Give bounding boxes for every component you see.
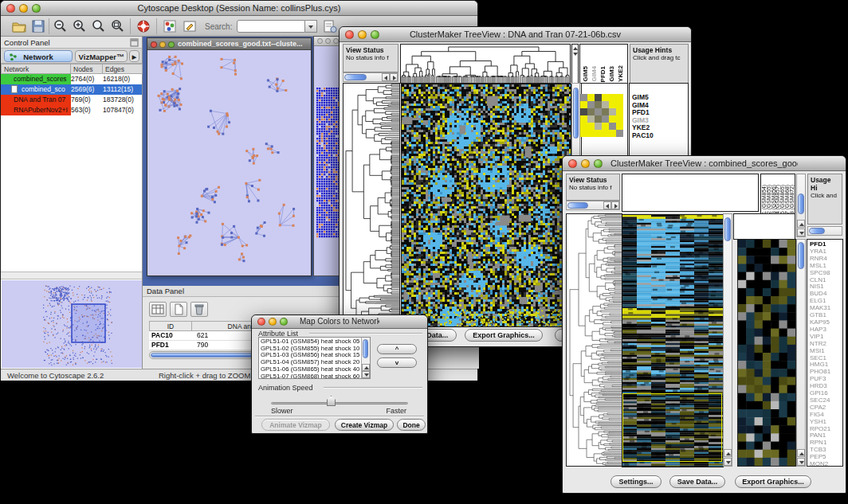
zoom-button[interactable] (594, 159, 603, 168)
close-button[interactable] (6, 4, 15, 13)
scroll-left-button[interactable] (603, 201, 611, 209)
minimize-button[interactable] (269, 318, 277, 326)
tab-network[interactable]: Network (4, 50, 73, 62)
scroll-strip[interactable] (571, 44, 579, 84)
select-attributes-icon[interactable] (149, 302, 167, 317)
search-dropdown-button[interactable] (305, 20, 317, 33)
column-label[interactable]: PFD1 (599, 66, 607, 82)
scroll-up-button[interactable] (797, 220, 805, 228)
scroll-left-button[interactable] (382, 73, 390, 81)
delete-attribute-icon[interactable] (190, 302, 208, 317)
attribute-list[interactable]: GPL51-01 (GSM854) heat shock 05 minGPL51… (258, 337, 371, 379)
grid-network-canvas[interactable] (314, 46, 341, 275)
scroll-down-button[interactable] (724, 458, 732, 466)
scroll-up-button[interactable] (362, 364, 370, 371)
settings-button[interactable]: Settings... (610, 475, 662, 488)
zoom-icon[interactable] (168, 41, 175, 48)
move-up-button[interactable]: ^ (377, 344, 417, 354)
new-attribute-icon[interactable] (170, 302, 187, 317)
tab-vizmapper[interactable]: VizMapper™ (75, 50, 128, 62)
attribute-list-item[interactable]: GPL51-07 (GSM868) heat shock 60 min (259, 373, 361, 379)
float-panel-icon[interactable] (130, 38, 139, 47)
global-matrix-view[interactable] (580, 94, 623, 137)
scroll-down-button[interactable] (362, 371, 370, 378)
zoom-selected-icon[interactable] (111, 19, 125, 33)
cluster-heatmap[interactable] (622, 214, 724, 467)
scroll-right-button[interactable] (611, 201, 619, 209)
network-table-row[interactable]: RNAPuberNov2+I563(0)107847(0) (1, 105, 142, 115)
zoom-button[interactable] (32, 4, 41, 13)
open-session-icon[interactable] (12, 19, 26, 33)
treeview2-titlebar[interactable]: ClusterMaker TreeView : combined_scores_… (563, 156, 846, 171)
close-icon[interactable] (151, 41, 157, 48)
column-label[interactable]: YKE2 (617, 65, 624, 82)
move-down-button[interactable]: v (377, 357, 417, 368)
scrollbar-thumb[interactable] (724, 217, 731, 241)
scroll-right-button[interactable] (390, 73, 398, 81)
data-column-id[interactable]: ID (149, 321, 192, 331)
close-button[interactable] (257, 318, 265, 326)
cluster-heatmap[interactable] (401, 84, 571, 327)
cytoscape-titlebar[interactable]: Cytoscape Desktop (Session Name: collins… (1, 1, 477, 16)
help-icon[interactable] (136, 19, 151, 33)
column-dendrogram-area[interactable] (622, 174, 759, 212)
row-label[interactable]: PAC10 (632, 132, 654, 140)
row-dendrogram[interactable] (567, 214, 622, 466)
column-label[interactable]: PAC10 (626, 62, 626, 82)
scrollbar-thumb[interactable] (363, 339, 368, 358)
background-network-window[interactable] (313, 36, 342, 276)
scroll-down-button[interactable] (797, 229, 805, 236)
column-label[interactable]: GIM4 (591, 66, 598, 82)
scrollbar-thumb[interactable] (798, 193, 804, 214)
attribute-list-scrollbar[interactable] (361, 338, 370, 378)
create-vizmap-button[interactable]: Create Vizmap (335, 419, 394, 431)
birdseye-view[interactable] (2, 280, 142, 368)
close-button[interactable] (345, 30, 354, 39)
done-button[interactable]: Done (397, 419, 426, 431)
slider-handle[interactable] (327, 396, 336, 406)
scrollbar-thumb[interactable] (809, 228, 825, 234)
column-label[interactable]: GIM5 (582, 66, 589, 82)
minimize-button[interactable] (581, 159, 590, 168)
scroll-down-button[interactable] (797, 458, 805, 466)
zoom-in-icon[interactable] (73, 19, 87, 33)
export-graphics-button[interactable]: Export Graphics... (735, 475, 811, 488)
zoom-out-icon[interactable] (53, 19, 68, 33)
annotation-icon[interactable] (183, 19, 197, 33)
animate-vizmap-button[interactable]: Animate Vizmap (261, 419, 330, 431)
network-view-titlebar[interactable]: combined_scores_good.txt--cluste... (147, 38, 311, 50)
row-dendrogram[interactable] (344, 84, 399, 326)
column-header-nodes[interactable]: Nodes (71, 64, 103, 74)
column-header-network[interactable]: Network (1, 64, 71, 74)
save-session-icon[interactable] (31, 19, 45, 33)
scrollbar-thumb[interactable] (798, 242, 804, 269)
column-dendrogram[interactable] (401, 45, 570, 83)
vizmapper-icon[interactable] (163, 19, 177, 33)
save-data-button[interactable]: Save Data... (669, 475, 725, 488)
close-icon[interactable] (317, 38, 323, 44)
treeview1-titlebar[interactable]: ClusterMaker TreeView : DNA and Tran 07-… (340, 27, 691, 42)
network-from-table-icon[interactable] (323, 19, 337, 33)
network-table-row[interactable]: DNA and Tran 07769(0)183728(0) (1, 95, 142, 105)
zoom-button[interactable] (280, 318, 288, 326)
tab-overflow-arrow[interactable]: ▶ (129, 50, 139, 62)
minimize-button[interactable] (19, 4, 28, 13)
view-status-scrollbar[interactable] (566, 201, 620, 210)
scrollbar-thumb[interactable] (573, 88, 579, 139)
zoom-button[interactable] (371, 30, 379, 39)
network-table-row[interactable]: combined_sco2569(6)13112(15) (1, 84, 142, 95)
column-labels-scrollbar[interactable] (796, 174, 806, 237)
export-graphics-button[interactable]: Export Graphics... (465, 329, 543, 342)
scroll-up-button[interactable] (797, 449, 805, 457)
zoom-fit-icon[interactable] (92, 19, 106, 33)
column-header-edges[interactable]: Edges (103, 64, 143, 74)
minimize-button[interactable] (358, 30, 367, 39)
gene-list-scrollbar[interactable] (796, 239, 806, 467)
minimize-icon[interactable] (159, 41, 166, 48)
animation-speed-slider[interactable] (271, 402, 408, 404)
view-status-scrollbar[interactable] (343, 72, 398, 82)
panel-splitter[interactable] (1, 272, 142, 279)
scrollbar-thumb[interactable] (344, 74, 367, 80)
network-canvas[interactable] (147, 50, 311, 275)
heatmap-vscrollbar[interactable] (723, 213, 732, 467)
